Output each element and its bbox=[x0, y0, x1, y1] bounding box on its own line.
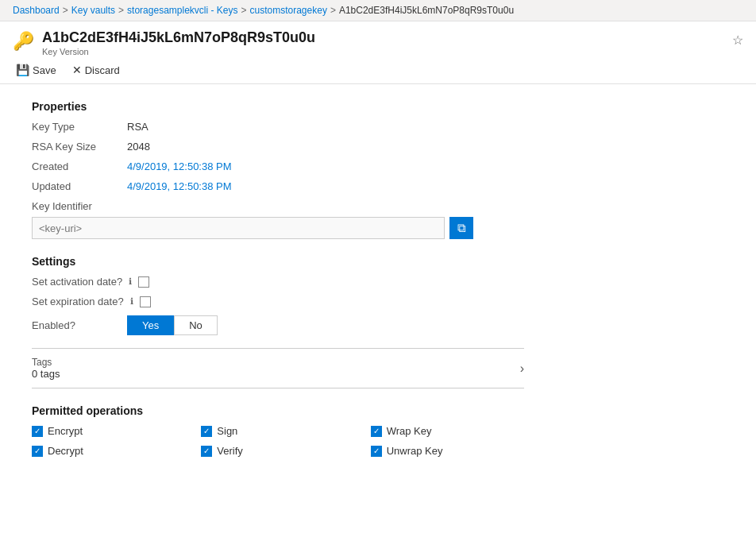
properties-section-title: Properties bbox=[32, 100, 524, 113]
unwrapkey-label: Unwrap Key bbox=[387, 445, 443, 457]
operation-unwrapkey: Unwrap Key bbox=[371, 445, 524, 457]
expiration-date-checkbox[interactable] bbox=[140, 296, 151, 307]
key-icon: 🔑 bbox=[13, 31, 34, 52]
decrypt-checkbox[interactable] bbox=[32, 446, 43, 457]
unwrapkey-checkbox[interactable] bbox=[371, 446, 382, 457]
breadcrumb-sep-4: > bbox=[330, 5, 336, 16]
page-header-left: 🔑 A1bC2dE3fH4iJ5kL6mN7oP8qR9sT0u0u Key V… bbox=[13, 29, 315, 56]
key-identifier-label: Key Identifier bbox=[32, 200, 524, 212]
activation-date-checkbox[interactable] bbox=[138, 276, 149, 288]
key-type-value: RSA bbox=[127, 121, 148, 133]
sign-label: Sign bbox=[217, 425, 237, 437]
operation-decrypt: Decrypt bbox=[32, 445, 185, 457]
discard-label: Discard bbox=[85, 64, 120, 76]
decrypt-label: Decrypt bbox=[48, 445, 83, 457]
operation-wrapkey: Wrap Key bbox=[371, 425, 524, 437]
expiration-date-row: Set expiration date? ℹ bbox=[32, 296, 524, 307]
toolbar: 💾 Save ✕ Discard bbox=[0, 56, 756, 84]
breadcrumb-customstoragekey[interactable]: customstoragekey bbox=[250, 5, 327, 16]
updated-value: 4/9/2019, 12:50:38 PM bbox=[127, 180, 232, 192]
operation-sign: Sign bbox=[201, 425, 354, 437]
page-title: A1bC2dE3fH4iJ5kL6mN7oP8qR9sT0u0u bbox=[42, 29, 315, 46]
tags-count: 0 tags bbox=[32, 368, 60, 380]
updated-label: Updated bbox=[32, 180, 127, 192]
breadcrumb-keyvaults[interactable]: Key vaults bbox=[71, 5, 115, 16]
discard-button[interactable]: ✕ Discard bbox=[69, 61, 123, 79]
copy-icon: ⧉ bbox=[457, 221, 466, 235]
expiration-date-label: Set expiration date? bbox=[32, 296, 124, 307]
breadcrumb-storagesamplekvcli[interactable]: storagesamplekvcli - Keys bbox=[127, 5, 237, 16]
breadcrumb-dashboard[interactable]: Dashboard bbox=[13, 5, 60, 16]
enabled-label: Enabled? bbox=[32, 319, 127, 331]
operations-section: Permitted operations Encrypt Sign Wrap K… bbox=[32, 404, 524, 457]
breadcrumb-sep-2: > bbox=[118, 5, 124, 16]
activation-date-row: Set activation date? ℹ bbox=[32, 276, 524, 288]
verify-checkbox[interactable] bbox=[201, 446, 212, 457]
copy-key-identifier-button[interactable]: ⧉ bbox=[449, 217, 473, 239]
page-header: 🔑 A1bC2dE3fH4iJ5kL6mN7oP8qR9sT0u0u Key V… bbox=[0, 21, 756, 56]
key-type-row: Key Type RSA bbox=[32, 121, 524, 133]
created-row: Created 4/9/2019, 12:50:38 PM bbox=[32, 160, 524, 172]
page-title-block: A1bC2dE3fH4iJ5kL6mN7oP8qR9sT0u0u Key Ver… bbox=[42, 29, 315, 56]
tags-chevron-right-icon: › bbox=[520, 361, 524, 376]
activation-date-label: Set activation date? bbox=[32, 276, 122, 288]
activation-info-icon[interactable]: ℹ bbox=[129, 276, 132, 287]
save-icon: 💾 bbox=[16, 64, 29, 76]
expiration-info-icon[interactable]: ℹ bbox=[130, 296, 133, 307]
rsa-key-size-row: RSA Key Size 2048 bbox=[32, 141, 524, 153]
content-area: Properties Key Type RSA RSA Key Size 204… bbox=[0, 84, 556, 473]
tags-left: Tags 0 tags bbox=[32, 357, 60, 380]
enabled-yes-button[interactable]: Yes bbox=[127, 315, 174, 335]
created-value: 4/9/2019, 12:50:38 PM bbox=[127, 160, 232, 172]
save-button[interactable]: 💾 Save bbox=[13, 61, 60, 79]
created-label: Created bbox=[32, 160, 127, 172]
settings-section-title: Settings bbox=[32, 255, 524, 268]
breadcrumb-sep-1: > bbox=[63, 5, 68, 16]
updated-row: Updated 4/9/2019, 12:50:38 PM bbox=[32, 180, 524, 192]
operation-verify: Verify bbox=[201, 445, 354, 457]
rsa-key-size-value: 2048 bbox=[127, 141, 150, 153]
key-identifier-input[interactable] bbox=[32, 217, 445, 239]
operations-section-title: Permitted operations bbox=[32, 404, 524, 417]
encrypt-checkbox[interactable] bbox=[32, 426, 43, 437]
enabled-row: Enabled? Yes No bbox=[32, 315, 524, 335]
page-subtitle: Key Version bbox=[42, 47, 315, 56]
rsa-key-size-label: RSA Key Size bbox=[32, 141, 127, 153]
breadcrumb-sep-3: > bbox=[241, 5, 247, 16]
key-type-label: Key Type bbox=[32, 121, 127, 133]
wrapkey-label: Wrap Key bbox=[387, 425, 432, 437]
sign-checkbox[interactable] bbox=[201, 426, 212, 437]
operation-encrypt: Encrypt bbox=[32, 425, 185, 437]
tags-title: Tags bbox=[32, 357, 60, 368]
wrapkey-checkbox[interactable] bbox=[371, 426, 382, 437]
favorite-star-icon[interactable]: ☆ bbox=[732, 33, 743, 48]
encrypt-label: Encrypt bbox=[48, 425, 83, 437]
save-label: Save bbox=[33, 64, 56, 76]
enabled-no-button[interactable]: No bbox=[174, 315, 218, 335]
verify-label: Verify bbox=[217, 445, 243, 457]
operations-grid: Encrypt Sign Wrap Key Decrypt Verify U bbox=[32, 425, 524, 457]
discard-icon: ✕ bbox=[72, 64, 82, 76]
breadcrumb-current: A1bC2dE3fH4iJ5kL6mN7oP8qR9sT0u0u bbox=[339, 5, 514, 16]
tags-section[interactable]: Tags 0 tags › bbox=[32, 348, 524, 388]
key-identifier-row: ⧉ bbox=[32, 217, 524, 239]
breadcrumb: Dashboard > Key vaults > storagesamplekv… bbox=[0, 0, 756, 21]
